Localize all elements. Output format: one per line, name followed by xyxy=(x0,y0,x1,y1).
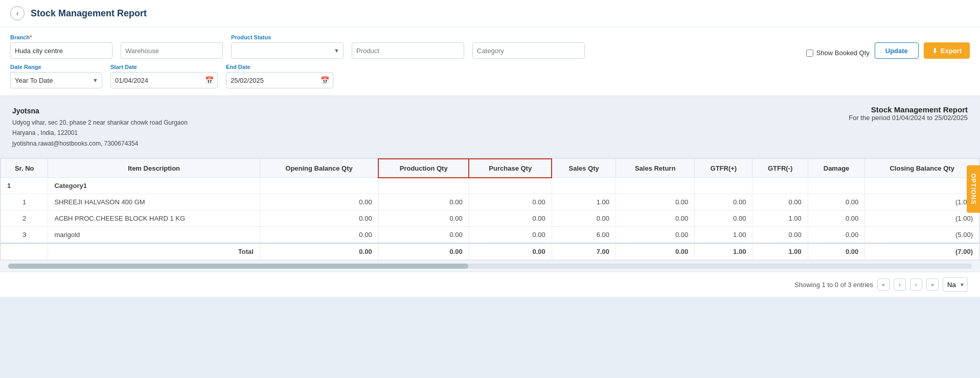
product-input[interactable] xyxy=(352,42,464,59)
col-sales-qty: Sales Qty xyxy=(552,159,616,178)
cell-gtfr-plus xyxy=(695,178,753,194)
cell-production: 0.00 xyxy=(378,210,469,227)
cell-purchase: 0.00 xyxy=(469,194,552,210)
table-total-row: Total 0.00 0.00 0.00 7.00 0.00 1.00 1.00… xyxy=(1,243,979,260)
col-closing-balance: Closing Balance Qty xyxy=(865,159,979,178)
cell-opening: 0.00 xyxy=(260,227,378,244)
export-button[interactable]: ⬇ Export xyxy=(924,42,970,59)
product-status-select-wrap: ▼ xyxy=(231,42,344,59)
pagination-prev-button[interactable]: ‹ xyxy=(894,278,906,291)
cell-sales-return: 0.00 xyxy=(616,210,695,227)
cell-gtfr-minus: 0.00 xyxy=(753,194,808,210)
cell-damage xyxy=(808,178,865,194)
pagination-size-select[interactable]: Na xyxy=(943,277,968,292)
cell-sales xyxy=(552,178,616,194)
filter-row-1: Branch* x Product Status ▼ xyxy=(10,34,970,59)
start-date-calendar-icon[interactable]: 📅 xyxy=(205,76,214,84)
cell-opening: 0.00 xyxy=(260,243,378,260)
cell-sr-no: 2 xyxy=(1,210,48,227)
date-range-select[interactable]: Year To Date xyxy=(10,72,102,88)
company-contact: jyotishna.rawat@hostbooks.com, 730067435… xyxy=(12,138,188,149)
product-filter-group: x xyxy=(352,34,464,59)
branch-filter-group: Branch* xyxy=(10,34,112,59)
cell-closing xyxy=(865,178,979,194)
cell-opening xyxy=(260,178,378,194)
cell-gtfr-plus: 0.00 xyxy=(695,194,753,210)
col-gtfr-minus: GTFR(-) xyxy=(753,159,808,178)
cell-production xyxy=(378,178,469,194)
pagination-last-button[interactable]: » xyxy=(926,278,939,291)
pagination-first-button[interactable]: « xyxy=(877,278,890,291)
company-address-2: Haryana , India, 122001 xyxy=(12,128,188,138)
table-header-row: Sr. No Item Description Opening Balance … xyxy=(1,159,979,178)
cell-sr-no xyxy=(1,243,48,260)
app-container: ‹ Stock Management Report Branch* x Prod… xyxy=(0,0,980,378)
cell-damage: 0.00 xyxy=(808,210,865,227)
back-button[interactable]: ‹ xyxy=(10,6,25,20)
update-button[interactable]: Update xyxy=(875,42,919,59)
cell-production: 0.00 xyxy=(378,243,469,260)
show-booked-qty-wrap: Show Booked Qty xyxy=(806,49,870,57)
col-gtfr-plus: GTFR(+) xyxy=(695,159,753,178)
report-title-block: Stock Management Report For the period 0… xyxy=(849,105,968,122)
end-date-filter-group: End Date 📅 xyxy=(226,64,333,88)
cell-production: 0.00 xyxy=(378,227,469,244)
scrollbar-thumb[interactable] xyxy=(8,264,468,269)
report-name: Stock Management Report xyxy=(849,105,968,114)
end-date-input[interactable] xyxy=(226,72,333,88)
company-address-1: Udyog vihar, sec 20, phase 2 near shanka… xyxy=(12,117,188,128)
cell-damage: 0.00 xyxy=(808,194,865,210)
cell-sr-no: 3 xyxy=(1,227,48,244)
category-input[interactable] xyxy=(472,42,585,59)
cell-closing: (7.00) xyxy=(865,243,979,260)
cell-opening: 0.00 xyxy=(260,210,378,227)
warehouse-input[interactable] xyxy=(121,42,223,59)
table-row: 1 SHREEJI HALVASON 400 GM 0.00 0.00 0.00… xyxy=(1,194,979,210)
cell-closing: (1.00) xyxy=(865,194,979,210)
cell-gtfr-minus: 1.00 xyxy=(753,243,808,260)
options-tab[interactable]: OPTIONS xyxy=(967,165,980,212)
cell-sr-no: 1 xyxy=(1,194,48,210)
cell-gtfr-plus: 1.00 xyxy=(695,243,753,260)
col-damage: Damage xyxy=(808,159,865,178)
end-date-input-wrap: 📅 xyxy=(226,72,333,88)
cell-purchase: 0.00 xyxy=(469,243,552,260)
start-date-label: Start Date xyxy=(110,64,218,70)
scrollbar-track xyxy=(8,264,972,269)
report-header: Jyotsna Udyog vihar, sec 20, phase 2 nea… xyxy=(0,96,980,158)
table-row: 2 ACBH PROC.CHEESE BLOCK HARD 1 KG 0.00 … xyxy=(1,210,979,227)
cell-sales: 6.00 xyxy=(552,227,616,244)
branch-input[interactable] xyxy=(10,42,112,59)
col-item-desc: Item Description xyxy=(48,159,260,178)
cell-sales-return: 0.00 xyxy=(616,227,695,244)
cell-gtfr-plus: 1.00 xyxy=(695,227,753,244)
pagination-showing-text: Showing 1 to 0 of 3 entries xyxy=(794,281,873,289)
stock-table: Sr. No Item Description Opening Balance … xyxy=(1,158,979,261)
export-icon: ⬇ xyxy=(932,47,938,55)
cell-gtfr-minus xyxy=(753,178,808,194)
cell-sales: 1.00 xyxy=(552,194,616,210)
date-range-filter-group: Date Range Year To Date ▼ xyxy=(10,64,102,88)
end-date-calendar-icon[interactable]: 📅 xyxy=(321,76,329,84)
table-wrapper: Sr. No Item Description Opening Balance … xyxy=(0,158,980,261)
start-date-filter-group: Start Date 📅 xyxy=(110,64,218,88)
show-booked-qty-checkbox[interactable] xyxy=(806,50,813,57)
product-status-select[interactable] xyxy=(231,42,344,59)
cell-sales-return xyxy=(616,178,695,194)
cell-closing: (5.00) xyxy=(865,227,979,244)
col-sr-no: Sr. No xyxy=(1,159,48,178)
filter-bar: Branch* x Product Status ▼ xyxy=(0,27,980,96)
report-period: For the period 01/04/2024 to 25/02/2025 xyxy=(849,114,968,122)
header: ‹ Stock Management Report xyxy=(0,0,980,27)
start-date-input[interactable] xyxy=(110,72,218,88)
cell-item-desc: SHREEJI HALVASON 400 GM xyxy=(48,194,260,210)
table-row: 3 marigold 0.00 0.00 0.00 6.00 0.00 1.00… xyxy=(1,227,979,244)
branch-label: Branch* xyxy=(10,34,112,40)
filter-actions: Show Booked Qty Update ⬇ Export xyxy=(806,42,970,59)
cell-gtfr-minus: 0.00 xyxy=(753,227,808,244)
cell-sr-no: 1 xyxy=(1,178,48,194)
cell-gtfr-plus: 0.00 xyxy=(695,210,753,227)
pagination-next-button[interactable]: › xyxy=(910,278,922,291)
date-range-select-wrap: Year To Date ▼ xyxy=(10,72,102,88)
company-name: Jyotsna xyxy=(12,105,188,117)
